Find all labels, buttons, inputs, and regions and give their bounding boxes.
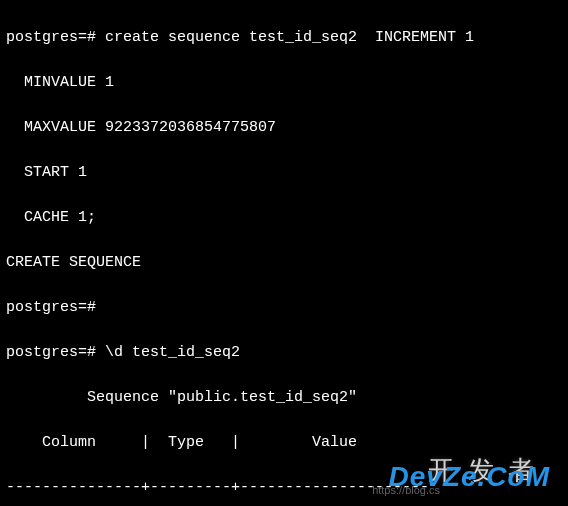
cmd-line: postgres=# create sequence test_id_seq2 … (6, 27, 562, 50)
prompt-line[interactable]: postgres=# (6, 297, 562, 320)
cmd-line: START 1 (6, 162, 562, 185)
watermark-devze: 开发者 DevZe.CoM (428, 451, 548, 490)
cmd-line: CACHE 1; (6, 207, 562, 230)
sequence-title: Sequence "public.test_id_seq2" (6, 387, 562, 410)
cmd-result: CREATE SEQUENCE (6, 252, 562, 275)
terminal-output: postgres=# create sequence test_id_seq2 … (0, 0, 568, 506)
cmd-line: MINVALUE 1 (6, 72, 562, 95)
cmd-line: MAXVALUE 9223372036854775807 (6, 117, 562, 140)
cmd-line: postgres=# \d test_id_seq2 (6, 342, 562, 365)
watermark-devze-text: DevZe.CoM (389, 456, 550, 498)
